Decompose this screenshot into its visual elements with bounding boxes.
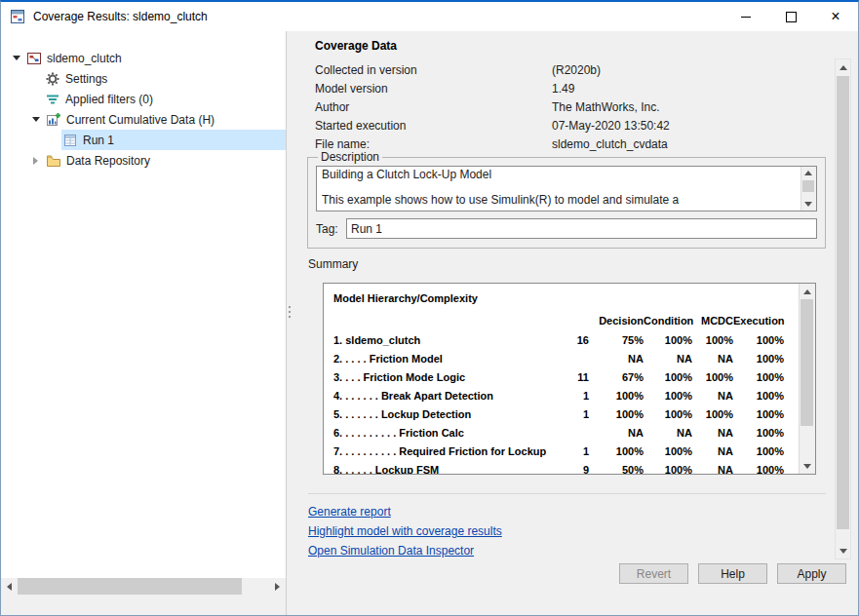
tree-item-current-cumulative-data[interactable]: Current Cumulative Data (H) [1, 109, 286, 130]
tree-item-label: Applied filters (0) [61, 93, 153, 106]
table-row: 1. sldemo_clutch 16 75% 100% 100% 100% [333, 330, 796, 349]
description-textarea[interactable]: Building a Clutch Lock-Up Model This exa… [316, 166, 817, 212]
column-header: MCDC [692, 315, 733, 327]
cumulative-data-icon [45, 112, 62, 128]
description-text: Building a Clutch Lock-Up Model This exa… [317, 167, 816, 207]
run-icon [61, 133, 79, 148]
collapse-arrow-icon[interactable] [26, 150, 45, 171]
coverage-results-window: Coverage Results: sldemo_clutch × sldemo… [0, 0, 859, 616]
maximize-icon [786, 12, 797, 22]
table-row: 7. . . . . . . . . . Required Friction f… [333, 442, 796, 460]
coverage-data-panel: Coverage Data Collected in version (R202… [293, 31, 858, 616]
minimize-button[interactable] [723, 2, 768, 31]
tree-item-run-1[interactable]: Run 1 [1, 130, 286, 150]
table-header-row: Decision Condition MCDC Execution [333, 311, 796, 330]
titlebar[interactable]: Coverage Results: sldemo_clutch × [1, 2, 858, 32]
field-row: Model version 1.49 [315, 80, 822, 98]
scrollbar-thumb[interactable] [800, 299, 813, 426]
field-value: 1.49 [552, 80, 574, 98]
table-row: 3. . . . Friction Mode Logic 11 67% 100%… [333, 367, 796, 386]
close-button[interactable]: × [813, 2, 858, 31]
scroll-right-button[interactable] [269, 578, 286, 595]
scroll-left-button[interactable] [1, 578, 18, 595]
open-sdi-link[interactable]: Open Simulation Data Inspector [308, 544, 474, 558]
description-legend: Description [318, 150, 382, 164]
scrollbar-thumb[interactable] [18, 578, 242, 595]
table-row: 5. . . . . . . Lockup Detection 1 100% 1… [333, 404, 796, 423]
maximize-button[interactable] [768, 2, 813, 31]
tree-item-label: Settings [61, 72, 107, 86]
tag-label: Tag: [316, 222, 346, 236]
description-scrollbar[interactable] [800, 167, 816, 211]
expand-arrow-icon[interactable] [7, 48, 25, 68]
scroll-up-button[interactable] [800, 284, 814, 299]
selected-tree-item-highlight: Run 1 [61, 130, 286, 150]
scroll-up-button[interactable] [801, 167, 815, 179]
table-row: 6. . . . . . . . . . Friction Calc NA NA… [333, 423, 796, 442]
tag-row: Tag: [316, 218, 817, 239]
coverage-fields: Collected in version (R2020b) Model vers… [315, 61, 822, 154]
apply-button[interactable]: Apply [777, 563, 846, 584]
filter-icon [44, 92, 61, 107]
tree-item-settings[interactable]: Settings [1, 68, 286, 89]
field-value: (R2020b) [552, 61, 601, 80]
summary-label: Summary [308, 257, 358, 271]
field-row: Collected in version (R2020b) [315, 61, 822, 80]
field-value: The MathWorks, Inc. [552, 98, 659, 117]
close-icon: × [831, 9, 839, 24]
help-button[interactable]: Help [698, 563, 767, 584]
summary-table-content: Model Hierarchy/Complexity Decision Cond… [324, 284, 800, 474]
tree-item-label: Current Cumulative Data (H) [62, 113, 215, 127]
tree-horizontal-scrollbar[interactable] [1, 578, 286, 595]
tag-input[interactable] [346, 218, 817, 239]
scroll-down-button[interactable] [836, 543, 850, 558]
summary-table: Model Hierarchy/Complexity Decision Cond… [323, 283, 816, 475]
field-label: Author [315, 98, 552, 117]
window-controls: × [723, 2, 858, 31]
splitter-grip-icon [289, 306, 291, 318]
field-row: Author The MathWorks, Inc. [315, 98, 822, 117]
field-row: Started execution 07-May-2020 13:50:42 [315, 117, 822, 135]
scroll-down-button[interactable] [800, 458, 814, 474]
table-row: 8. . . . . . Lockup FSM 9 50% 100% NA 10… [333, 460, 796, 474]
main-vertical-scrollbar[interactable] [835, 58, 851, 559]
generate-report-link[interactable]: Generate report [308, 505, 391, 519]
tree-item-label: sldemo_clutch [43, 52, 122, 65]
table-title: Model Hierarchy/Complexity [333, 291, 796, 311]
table-scrollbar[interactable] [799, 284, 815, 474]
field-label: Started execution [315, 117, 552, 135]
tree-item-label: Data Repository [62, 154, 150, 168]
scroll-down-button[interactable] [801, 198, 815, 211]
page-title: Coverage Data [315, 39, 397, 53]
column-header: Execution [733, 315, 784, 327]
minimize-icon [741, 17, 751, 18]
scrollbar-thumb[interactable] [837, 76, 849, 529]
scrollbar-thumb[interactable] [802, 180, 814, 192]
field-value: 07-May-2020 13:50:42 [552, 117, 670, 135]
field-label: Model version [315, 80, 552, 98]
description-line: Building a Clutch Lock-Up Model [322, 169, 797, 181]
column-header: Decision [589, 315, 644, 327]
revert-button[interactable]: Revert [619, 563, 688, 584]
description-group: Description Building a Clutch Lock-Up Mo… [307, 150, 826, 249]
description-line: This example shows how to use Simulink(R… [322, 194, 797, 207]
tree-item-sldemo-clutch[interactable]: sldemo_clutch [1, 48, 286, 68]
table-row: 2. . . . . Friction Model NA NA NA 100% [333, 349, 796, 367]
scroll-up-button[interactable] [836, 59, 850, 75]
window-title: Coverage Results: sldemo_clutch [33, 10, 208, 23]
tree-item-data-repository[interactable]: Data Repository [1, 150, 286, 171]
column-header: Condition [644, 315, 692, 327]
app-icon [10, 9, 25, 24]
folder-icon [45, 153, 62, 169]
expand-arrow-icon[interactable] [26, 109, 45, 130]
gear-icon [44, 71, 61, 87]
field-label: Collected in version [315, 61, 552, 80]
model-icon [25, 51, 43, 66]
highlight-model-link[interactable]: Highlight model with coverage results [308, 524, 502, 538]
tree-item-label: Run 1 [79, 134, 114, 147]
table-row: 4. . . . . . . Break Apart Detection 1 1… [333, 386, 796, 404]
section-divider [308, 493, 826, 494]
tree-item-applied-filters[interactable]: Applied filters (0) [1, 89, 286, 109]
coverage-tree-panel: sldemo_clutch Settings [1, 31, 286, 578]
